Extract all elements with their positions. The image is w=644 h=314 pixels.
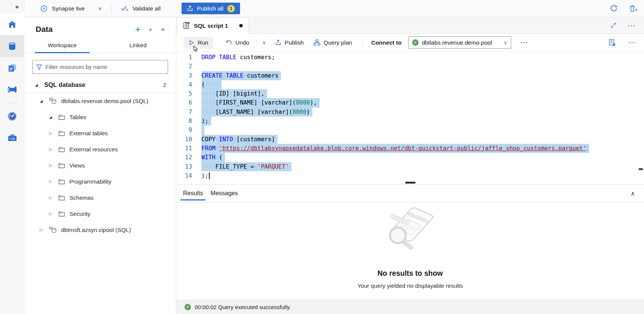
tree-expander-icon[interactable]: ▷ xyxy=(49,195,54,200)
tree-expander-icon[interactable]: ▷ xyxy=(49,179,54,184)
refresh-icon[interactable] xyxy=(610,4,618,12)
publish-label: Publish xyxy=(285,39,304,46)
tree-item-views[interactable]: ▷Views xyxy=(24,157,176,173)
line-number: 4 xyxy=(176,80,192,89)
expand-nav-button[interactable]: » xyxy=(0,0,24,13)
tree-item-sql-database[interactable]: ◢SQL database2 xyxy=(24,77,176,93)
develop-icon xyxy=(8,63,17,73)
code-line xyxy=(201,126,644,135)
toolbar-divider xyxy=(362,38,362,47)
tree-expander-icon[interactable]: ◢ xyxy=(49,115,54,119)
tree-item-label: External tables xyxy=(69,130,108,137)
toolbar-more-icon[interactable]: ··· xyxy=(521,39,529,46)
tree-item-external-resources[interactable]: ▷External resources xyxy=(24,141,176,157)
folder-icon xyxy=(59,147,65,152)
tree-expander-icon[interactable]: ▷ xyxy=(49,211,54,216)
tab-messages[interactable]: Messages xyxy=(207,185,242,202)
validate-check-icon xyxy=(121,5,129,12)
line-number: 6 xyxy=(176,98,192,107)
tree-item-dbtlabs-revenue-demo-pool-sql[interactable]: ◢dbtlabs.revenue.demo.pool (SQL) xyxy=(24,93,176,109)
collapse-results-icon[interactable]: ∧ xyxy=(630,190,644,197)
results-body: No results to show Your query yielded no… xyxy=(176,202,644,300)
undo-icon xyxy=(225,39,232,46)
text-caret xyxy=(209,172,210,179)
tab-results[interactable]: Results xyxy=(179,185,207,202)
pool-select-dropdown[interactable]: ✓ dbtlabs.revenue.demo.pool ∨ xyxy=(408,36,511,49)
tree-item-label: SQL database xyxy=(44,81,86,88)
tab-linked[interactable]: Linked xyxy=(100,38,176,53)
undo-button[interactable]: Undo xyxy=(225,39,249,46)
code-line: ····[FIRST_NAME]·[varchar](8000), xyxy=(201,98,644,107)
code-line: (···· xyxy=(201,80,644,89)
filter-box[interactable] xyxy=(32,60,168,74)
run-button[interactable]: Run xyxy=(184,37,213,49)
tree-expander-icon[interactable]: ▷ xyxy=(49,131,54,136)
publish-button[interactable]: Publish xyxy=(275,39,304,46)
tab-more-actions-icon[interactable]: ··· xyxy=(628,22,636,29)
panel-tabs: Workspace Linked xyxy=(24,38,176,53)
mode-selector[interactable]: Synapse live ∨ xyxy=(40,5,102,12)
expand-editor-icon[interactable]: ⤢ xyxy=(611,22,616,29)
filter-input[interactable] xyxy=(45,64,164,70)
rail-item-home[interactable] xyxy=(0,13,24,35)
chevron-down-icon: ∨ xyxy=(504,40,507,45)
code-line: ····FILE_TYPE·=·'PARQUET' xyxy=(201,162,644,171)
editor-area: SQL script 1 ⤢ ··· Run Undo xyxy=(176,17,644,314)
line-number: 14 xyxy=(176,171,192,180)
selection-highlight: ····FILE_TYPE·=·'PARQUET' xyxy=(201,162,291,171)
tab-workspace[interactable]: Workspace xyxy=(24,38,100,53)
sql-script-icon xyxy=(183,22,190,30)
tab-sql-script-1[interactable]: SQL script 1 xyxy=(177,17,248,34)
editor-more-actions-icon[interactable]: ··· xyxy=(629,39,636,46)
selection-highlight: ····[ID]·[bigint], xyxy=(201,89,267,98)
success-check-icon: ✓ xyxy=(185,304,191,310)
line-number: 12 xyxy=(176,153,192,162)
sql-code-editor[interactable]: 1234567891011121314 DROP TABLE customers… xyxy=(176,52,644,182)
selection-highlight: CREATE·TABLE·customers xyxy=(201,71,281,80)
rail-item-data[interactable] xyxy=(0,35,24,57)
chevron-down-icon[interactable]: ∨ xyxy=(98,6,102,11)
tree-item-label: dbtlabs.revenue.demo.pool (SQL) xyxy=(61,98,149,105)
selection-highlight: (···· xyxy=(201,80,222,89)
run-options-chevron-icon[interactable]: ∨ xyxy=(263,40,266,45)
rail-item-develop[interactable] xyxy=(0,57,24,79)
publish-all-button[interactable]: Publish all 1 xyxy=(182,3,240,14)
tree-item-programmability[interactable]: ▷Programmability xyxy=(24,173,176,190)
collapse-panel-icon[interactable]: « xyxy=(161,25,165,33)
properties-icon[interactable] xyxy=(608,39,616,46)
tree-item-label: Programmability xyxy=(69,178,111,185)
tree-expander-icon[interactable]: ▷ xyxy=(40,227,45,232)
rail-item-monitor[interactable] xyxy=(0,105,24,127)
pane-splitter[interactable] xyxy=(176,182,644,185)
tree-item-external-tables[interactable]: ▷External tables xyxy=(24,125,176,141)
validate-all-button[interactable]: Validate all xyxy=(121,5,161,12)
tree-item-dbtmsft-azsyn-cipool-sql[interactable]: ▷dbtmsft.azsyn.cipool (SQL) xyxy=(24,222,176,238)
query-plan-button[interactable]: Query plan xyxy=(314,39,352,46)
splitter-handle[interactable] xyxy=(405,182,415,184)
add-resource-button[interactable]: + xyxy=(135,25,141,33)
tree-item-schemas[interactable]: ▷Schemas xyxy=(24,190,176,206)
tree-item-label: dbtmsft.azsyn.cipool (SQL) xyxy=(61,227,131,233)
unsaved-changes-dot xyxy=(239,24,243,27)
line-number: 10 xyxy=(176,135,192,144)
tree-item-tables[interactable]: ◢Tables xyxy=(24,109,176,125)
toolbar-divider xyxy=(256,38,257,47)
query-status-bar: ✓ 00:00:02 Query executed successfully. xyxy=(176,300,644,314)
collapse-all-icon[interactable]: » xyxy=(148,28,154,30)
rail-item-integrate[interactable] xyxy=(0,79,24,100)
tree-item-security[interactable]: ▷Security xyxy=(24,206,176,222)
empty-results-title: No results to show xyxy=(377,269,443,278)
rail-item-manage[interactable] xyxy=(0,127,24,149)
tree-item-label: External resources xyxy=(69,146,118,153)
no-results-illustration xyxy=(371,206,450,251)
tree-expander-icon[interactable]: ◢ xyxy=(35,83,40,87)
selection-highlight: ); xyxy=(201,117,211,126)
tree-expander-icon[interactable]: ◢ xyxy=(40,99,45,103)
tree-expander-icon[interactable]: ▷ xyxy=(49,163,54,168)
home-icon xyxy=(7,19,17,29)
discard-all-icon[interactable] xyxy=(629,4,637,12)
code-line: ); xyxy=(201,171,644,180)
tree-expander-icon[interactable]: ▷ xyxy=(49,147,54,152)
synapse-live-icon xyxy=(40,5,48,12)
tree-item-label: Tables xyxy=(69,114,86,121)
